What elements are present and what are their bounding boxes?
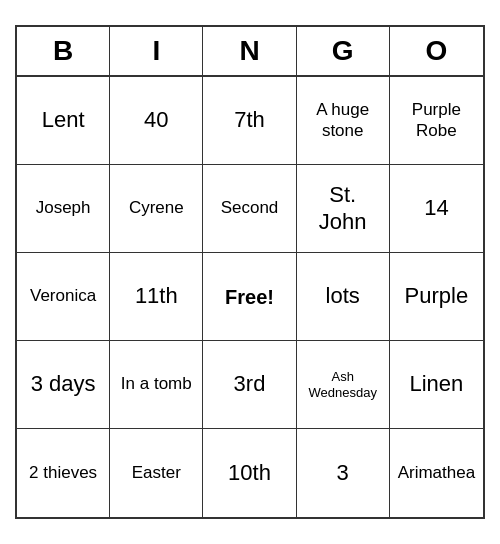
- bingo-cell: 3: [297, 429, 390, 517]
- bingo-cell: Purple: [390, 253, 483, 341]
- bingo-cell: 3 days: [17, 341, 110, 429]
- bingo-header: BINGO: [17, 27, 483, 77]
- bingo-cell: Second: [203, 165, 296, 253]
- bingo-cell: Ash Wednesday: [297, 341, 390, 429]
- header-letter: O: [390, 27, 483, 75]
- header-letter: G: [297, 27, 390, 75]
- bingo-cell: Free!: [203, 253, 296, 341]
- bingo-cell: lots: [297, 253, 390, 341]
- bingo-cell: 10th: [203, 429, 296, 517]
- bingo-cell: St. John: [297, 165, 390, 253]
- bingo-cell: In a tomb: [110, 341, 203, 429]
- bingo-cell: 3rd: [203, 341, 296, 429]
- bingo-cell: 14: [390, 165, 483, 253]
- bingo-cell: Easter: [110, 429, 203, 517]
- header-letter: N: [203, 27, 296, 75]
- bingo-cell: Purple Robe: [390, 77, 483, 165]
- bingo-cell: 11th: [110, 253, 203, 341]
- bingo-cell: Lent: [17, 77, 110, 165]
- header-letter: B: [17, 27, 110, 75]
- bingo-cell: Linen: [390, 341, 483, 429]
- bingo-cell: A huge stone: [297, 77, 390, 165]
- bingo-cell: Arimathea: [390, 429, 483, 517]
- bingo-grid: Lent407thA huge stonePurple RobeJosephCy…: [17, 77, 483, 517]
- bingo-card: BINGO Lent407thA huge stonePurple RobeJo…: [15, 25, 485, 519]
- bingo-cell: 7th: [203, 77, 296, 165]
- bingo-cell: Cyrene: [110, 165, 203, 253]
- bingo-cell: Joseph: [17, 165, 110, 253]
- bingo-cell: 2 thieves: [17, 429, 110, 517]
- bingo-cell: 40: [110, 77, 203, 165]
- header-letter: I: [110, 27, 203, 75]
- bingo-cell: Veronica: [17, 253, 110, 341]
